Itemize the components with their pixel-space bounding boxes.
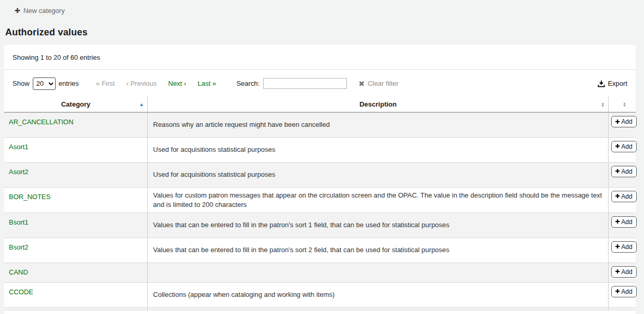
description-text: Collections (appear when cataloging and … [153, 291, 334, 298]
pagination: « First ‹ Previous Next › Last » [91, 77, 222, 89]
new-category-label: New category [23, 7, 65, 15]
column-header-description[interactable]: Description ▲▼ [148, 97, 609, 112]
description-text: Values that can be entered to fill in th… [153, 246, 449, 254]
category-link[interactable]: Asort2 [9, 168, 29, 176]
pagination-last[interactable]: Last » [192, 77, 222, 89]
table-row-partial [4, 307, 636, 310]
page-length-control: Show 20 entries [12, 77, 79, 90]
plus-icon: ✚ [615, 288, 620, 295]
download-icon [598, 80, 605, 87]
content-panel: Showing 1 to 20 of 60 entries Show 20 en… [4, 45, 636, 314]
table-row: Asort2Used for acquisitions statistical … [4, 162, 636, 187]
description-text: Used for acquisitions statistical purpos… [153, 171, 275, 178]
entries-label: entries [59, 80, 79, 87]
search-input[interactable] [263, 78, 347, 89]
table-row: Bsort2Values that can be entered to fill… [4, 238, 636, 263]
table-controls: Show 20 entries « First ‹ Previous Next … [4, 70, 636, 97]
description-text: Used for acquisitions statistical purpos… [153, 146, 275, 153]
page-length-select[interactable]: 20 [33, 77, 56, 90]
show-label: Show [12, 80, 30, 87]
pagination-next[interactable]: Next › [162, 77, 192, 89]
search-control: Search: [236, 78, 347, 89]
table-header-row: Category ▲ Description ▲▼ ▲▼ [4, 97, 636, 112]
category-link[interactable]: Bsort2 [9, 243, 29, 251]
add-button[interactable]: ✚Add [611, 166, 637, 177]
add-button[interactable]: ✚Add [611, 216, 637, 228]
add-button[interactable]: ✚Add [611, 241, 637, 253]
table-row: CAND✚Add [4, 263, 636, 282]
add-button[interactable]: ✚Add [611, 286, 637, 297]
chevron-left-icon: ‹ [126, 80, 128, 87]
plus-icon: ✚ [615, 143, 620, 150]
double-chevron-right-icon: » [212, 80, 216, 87]
sort-both-icon: ▲▼ [601, 102, 604, 107]
chevron-right-icon: › [184, 80, 186, 87]
clear-filter-button[interactable]: ✖ Clear filter [358, 80, 398, 88]
category-link[interactable]: CCODE [9, 288, 33, 296]
description-text: Values that can be entered to fill in th… [153, 221, 449, 229]
add-button[interactable]: ✚Add [611, 266, 637, 278]
page-title: Authorized values [5, 27, 644, 38]
plus-icon: ✚ [615, 193, 620, 200]
pagination-first[interactable]: « First [91, 77, 121, 89]
showing-entries-text: Showing 1 to 20 of 60 entries [4, 54, 636, 70]
description-text: Values for custom patron messages that a… [153, 191, 602, 208]
authorized-values-table: Category ▲ Description ▲▼ ▲▼ AR_CANCELLA… [4, 97, 636, 310]
category-link[interactable]: AR_CANCELLATION [9, 118, 73, 126]
category-link[interactable]: Asort1 [9, 143, 29, 151]
add-button[interactable]: ✚Add [611, 116, 637, 127]
table-row: AR_CANCELLATIONReasons why an article re… [4, 112, 636, 137]
table-row: BOR_NOTESValues for custom patron messag… [4, 187, 636, 213]
table-row: Asort1Used for acquisitions statistical … [4, 137, 636, 162]
column-header-actions[interactable]: ▲▼ [609, 97, 636, 112]
export-button[interactable]: Export [598, 80, 627, 87]
pagination-previous[interactable]: ‹ Previous [121, 77, 163, 89]
new-category-button[interactable]: ✚ New category [15, 7, 65, 15]
plus-icon: ✚ [615, 119, 620, 125]
category-link[interactable]: Bsort1 [9, 218, 29, 226]
add-button[interactable]: ✚Add [611, 141, 637, 152]
clear-x-icon: ✖ [358, 80, 365, 88]
table-row: Bsort1Values that can be entered to fill… [4, 213, 636, 238]
plus-icon: ✚ [615, 218, 620, 225]
plus-icon: ✚ [615, 168, 620, 175]
sort-both-icon: ▲▼ [623, 102, 626, 107]
category-link[interactable]: CAND [9, 268, 28, 276]
add-button[interactable]: ✚Add [611, 191, 637, 202]
plus-icon: ✚ [615, 268, 620, 275]
plus-icon: ✚ [615, 243, 620, 250]
column-header-category[interactable]: Category ▲ [4, 97, 148, 112]
double-chevron-left-icon: « [96, 80, 100, 87]
table-row: CCODECollections (appear when cataloging… [4, 282, 636, 307]
top-toolbar: ✚ New category [0, 0, 644, 18]
search-label: Search: [236, 80, 260, 87]
description-text: Reasons why an article request might hav… [153, 121, 330, 128]
plus-icon: ✚ [15, 7, 20, 15]
category-link[interactable]: BOR_NOTES [9, 193, 50, 201]
sort-ascending-icon: ▲ [139, 102, 144, 107]
